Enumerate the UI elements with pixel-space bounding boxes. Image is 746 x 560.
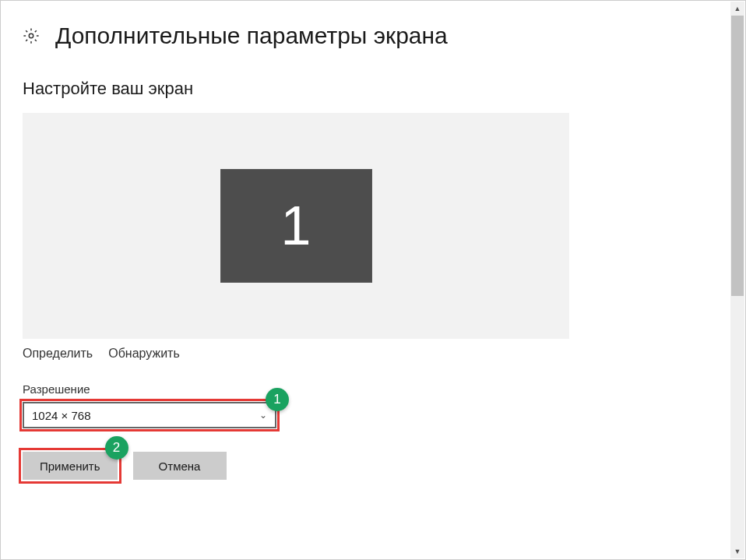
- scroll-up-arrow-icon[interactable]: ▲: [730, 2, 744, 16]
- apply-button-wrapper: Применить 2: [23, 452, 118, 480]
- cancel-button-wrapper: Отмена: [133, 452, 227, 480]
- resolution-dropdown[interactable]: 1024 × 768 ⌄: [23, 402, 276, 428]
- resolution-value: 1024 × 768: [32, 409, 91, 422]
- display-action-links: Определить Обнаружить: [23, 347, 723, 361]
- scroll-down-arrow-icon[interactable]: ▼: [730, 544, 744, 558]
- svg-point-0: [29, 33, 33, 38]
- annotation-badge-1: 1: [266, 388, 289, 411]
- annotation-badge-2: 2: [105, 436, 128, 460]
- section-subtitle: Настройте ваш экран: [23, 79, 723, 99]
- resolution-label: Разрешение: [23, 382, 723, 396]
- vertical-scrollbar[interactable]: ▲ ▼: [730, 2, 744, 558]
- apply-button[interactable]: Применить: [23, 452, 118, 480]
- cancel-button[interactable]: Отмена: [133, 452, 227, 480]
- monitor-tile-1[interactable]: 1: [220, 169, 372, 283]
- scroll-thumb[interactable]: [731, 16, 744, 296]
- action-button-row: Применить 2 Отмена: [23, 452, 723, 480]
- resolution-dropdown-wrapper: 1024 × 768 ⌄ 1: [23, 402, 276, 428]
- chevron-down-icon: ⌄: [259, 410, 267, 421]
- identify-link[interactable]: Определить: [23, 347, 93, 361]
- monitor-number: 1: [281, 195, 311, 257]
- page-header: Дополнительные параметры экрана: [23, 23, 723, 49]
- display-arrangement-area[interactable]: 1: [23, 113, 569, 339]
- gear-icon: [23, 27, 40, 44]
- detect-link[interactable]: Обнаружить: [108, 347, 180, 361]
- page-title: Дополнительные параметры экрана: [55, 23, 448, 49]
